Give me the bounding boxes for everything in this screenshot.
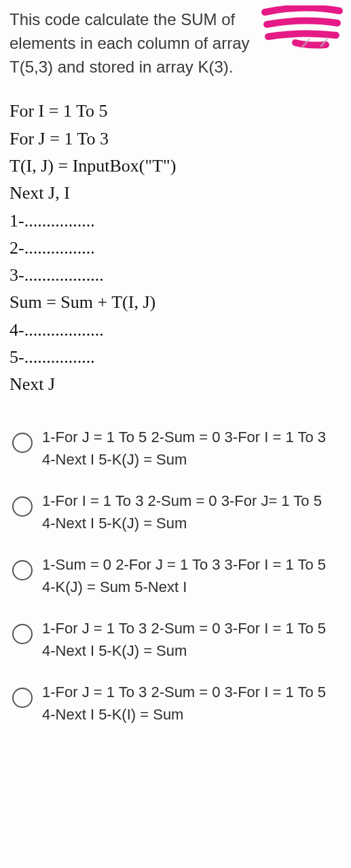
- code-line: Next J, I: [10, 180, 341, 207]
- code-block: For I = 1 To 5 For J = 1 To 3 T(I, J) = …: [10, 98, 341, 398]
- option-1[interactable]: 1-For J = 1 To 5 2-Sum = 0 3-For I = 1 T…: [10, 416, 341, 480]
- code-line: T(I, J) = InputBox("T"): [10, 153, 341, 180]
- option-text: 1-For J = 1 To 3 2-Sum = 0 3-For I = 1 T…: [42, 617, 339, 662]
- radio-icon: [12, 433, 33, 453]
- option-text: 1-Sum = 0 2-For J = 1 To 3 3-For I = 1 T…: [42, 553, 339, 598]
- options-group: 1-For J = 1 To 5 2-Sum = 0 3-For I = 1 T…: [10, 416, 341, 735]
- option-2[interactable]: 1-For I = 1 To 3 2-Sum = 0 3-For J= 1 To…: [10, 480, 341, 544]
- option-5[interactable]: 1-For J = 1 To 3 2-Sum = 0 3-For I = 1 T…: [10, 671, 341, 735]
- code-line: For J = 1 To 3: [10, 125, 341, 153]
- code-line: Sum = Sum + T(I, J): [10, 289, 341, 316]
- question-intro: This code calculate the SUM of elements …: [10, 8, 341, 79]
- radio-icon: [12, 624, 33, 644]
- option-text: 1-For J = 1 To 3 2-Sum = 0 3-For I = 1 T…: [42, 681, 339, 726]
- radio-icon: [12, 688, 33, 708]
- option-3[interactable]: 1-Sum = 0 2-For J = 1 To 3 3-For I = 1 T…: [10, 544, 341, 608]
- option-4[interactable]: 1-For J = 1 To 3 2-Sum = 0 3-For I = 1 T…: [10, 608, 341, 671]
- code-line: 3-..................: [10, 262, 341, 289]
- code-line: For I = 1 To 5: [10, 98, 341, 125]
- code-line: 1-................: [10, 208, 341, 235]
- code-line: 5-................: [10, 344, 341, 371]
- code-line: 2-................: [10, 235, 341, 262]
- radio-icon: [12, 496, 33, 517]
- code-line: 4-..................: [10, 317, 341, 344]
- option-text: 1-For I = 1 To 3 2-Sum = 0 3-For J= 1 To…: [42, 490, 339, 534]
- radio-icon: [12, 560, 33, 580]
- question-page: This code calculate the SUM of elements …: [0, 0, 351, 868]
- code-line: Next J: [10, 371, 341, 398]
- option-text: 1-For J = 1 To 5 2-Sum = 0 3-For I = 1 T…: [42, 426, 339, 471]
